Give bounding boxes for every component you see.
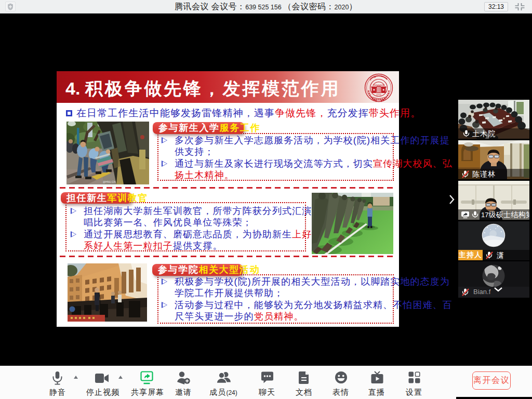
svg-text:@HNU.CN: @HNU.CN — [103, 180, 116, 183]
svg-text:w: w — [374, 75, 377, 78]
